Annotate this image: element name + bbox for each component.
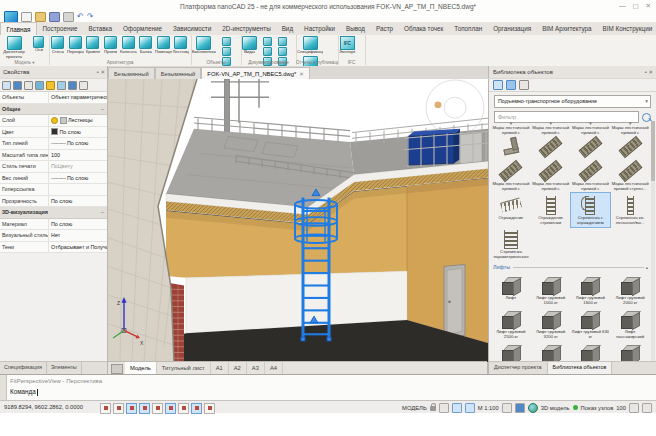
property-value[interactable]: По слою	[48, 196, 107, 207]
panel-tab[interactable]: Диспетчер проекта	[489, 362, 548, 374]
collapse-icon[interactable]: −	[101, 104, 107, 115]
settings-icon[interactable]	[519, 80, 529, 90]
library-item[interactable]: Ограждение стремянки	[531, 193, 571, 227]
library-section-header[interactable]: Лифты▴	[493, 262, 648, 272]
arch-tool-button[interactable]: Кровля	[84, 36, 102, 54]
library-item[interactable]: Лифт пассажирский (жилое здание) 1...	[610, 307, 650, 341]
views-button[interactable]: Виды	[242, 36, 257, 55]
polar-tracking-icon[interactable]	[139, 403, 150, 414]
calculator-icon[interactable]	[35, 81, 44, 90]
object-tool-icon[interactable]	[222, 37, 231, 46]
layer-print-icon[interactable]	[60, 117, 67, 124]
document-tab[interactable]: FOK-VN_AP_TM_П_NBEC5.dwg*✕	[201, 67, 310, 79]
library-item[interactable]: Стремянка параметрическая	[491, 227, 531, 261]
quick-select-icon[interactable]	[13, 81, 22, 90]
lock-icon[interactable]	[430, 406, 436, 411]
close-icon[interactable]: ✕	[100, 69, 105, 75]
panel-tab[interactable]: Элементы	[47, 362, 82, 374]
highlight-icon[interactable]	[46, 81, 55, 90]
library-item[interactable]: Лифт грузовой 2000 кг	[610, 273, 650, 307]
library-item[interactable]: Марш лестничный прямой ступен...	[610, 159, 650, 193]
layout-tab[interactable]: Титульный лист	[157, 362, 211, 374]
arch-tool-button[interactable]: Помещение	[155, 36, 173, 54]
ribbon-tab[interactable]: 2D-инструменты	[217, 22, 276, 35]
ribbon-tab[interactable]: BIM Архитектура	[537, 22, 597, 35]
library-item[interactable]: Лифт	[491, 273, 531, 307]
show-nodes-label[interactable]: Показ узлов	[581, 405, 614, 411]
doc-tool-icon[interactable]	[263, 47, 272, 56]
redo-icon[interactable]: ↷	[87, 13, 94, 21]
orbit-icon[interactable]	[502, 403, 512, 413]
arch-tool-button[interactable]: Балка	[137, 36, 155, 54]
layout-tab[interactable]: А4	[265, 362, 283, 374]
window-layout-icon[interactable]	[629, 403, 639, 413]
visual-style-icon[interactable]	[465, 403, 475, 413]
view-icon[interactable]	[452, 403, 462, 413]
arch-tool-button[interactable]: Проем	[102, 36, 120, 54]
property-value[interactable]: 100	[48, 150, 107, 161]
pin-properties-icon[interactable]	[79, 81, 88, 90]
pin-icon[interactable]: ▪	[97, 69, 99, 75]
close-icon[interactable]: ✕	[646, 2, 651, 10]
layer-on-icon[interactable]	[51, 117, 58, 124]
library-item[interactable]: Лифт грузовой 1600 кг	[571, 273, 611, 307]
step-snap-icon[interactable]	[100, 403, 111, 414]
command-panel-grip[interactable]	[0, 375, 7, 400]
ribbon-tab[interactable]: Вид	[276, 22, 298, 35]
print-icon[interactable]	[63, 12, 74, 22]
mode-3d-label[interactable]: 3D модель	[541, 405, 570, 411]
panel-tab[interactable]: Библиотека объектов	[548, 362, 613, 374]
property-value[interactable]	[48, 184, 107, 195]
object-tool-icon[interactable]	[222, 47, 231, 56]
close-icon[interactable]: ✕	[299, 71, 304, 77]
minimize-icon[interactable]: —	[619, 2, 626, 10]
library-item[interactable]: Лифт грузовой 2500 кг	[491, 307, 531, 341]
space-label[interactable]: МОДЕЛЬ	[402, 405, 427, 411]
copy-properties-icon[interactable]	[24, 81, 33, 90]
library-item[interactable]: Марш лестничный прямой с тетивой...	[531, 159, 571, 193]
library-item[interactable]: Стремянка с ограждением	[571, 193, 611, 227]
library-item[interactable]: Стремянка ко-ленчатая/вы...	[610, 193, 650, 227]
lineweight-icon[interactable]	[204, 403, 215, 414]
library-scrollbar[interactable]	[651, 121, 655, 361]
library-item[interactable]: Марш лестничный прямой с площад...	[491, 159, 531, 193]
ribbon-tab[interactable]: Настройки	[299, 22, 341, 35]
object-tracking-icon[interactable]	[165, 403, 176, 414]
library-item[interactable]: Лифт грузовой 3200 кг	[531, 307, 571, 341]
ribbon-tab[interactable]: Зависимости	[168, 22, 217, 35]
property-value[interactable]: Объект параметрический	[48, 92, 107, 103]
doc-tool-icon[interactable]	[278, 47, 287, 56]
ribbon-tab[interactable]: Оформление	[117, 22, 167, 35]
panel-tab[interactable]: Спецификация	[0, 362, 47, 374]
ucs-icon[interactable]	[178, 403, 189, 414]
library-item[interactable]: Лифт пассажирский (офис, банк, гост...	[571, 341, 611, 361]
maximize-icon[interactable]: ▢	[632, 2, 638, 10]
layout-tab[interactable]: Модель	[125, 362, 157, 374]
command-line-panel[interactable]: FitPerspectiveView - Перспектива Команда	[0, 374, 656, 400]
library-item[interactable]: Лифт пассажирский (жилое здание) 4...	[491, 341, 531, 361]
select-objects-icon[interactable]	[2, 81, 11, 90]
project-manager-button[interactable]: Диспетчер проекта	[1, 36, 27, 60]
layout-list-icon[interactable]	[111, 364, 123, 374]
collapse-icon[interactable]: ▴	[644, 265, 648, 270]
doc-tool-icon[interactable]	[278, 37, 287, 46]
fullscreen-icon[interactable]	[642, 403, 652, 413]
layout-tab[interactable]: А1	[211, 362, 229, 374]
scale-control[interactable]: М 1:100	[478, 405, 499, 411]
library-item[interactable]: Лифт грузовой 1000 кг	[531, 273, 571, 307]
close-icon[interactable]: ✕	[648, 69, 653, 75]
library-item[interactable]: Лифт грузовой 630 кг	[571, 307, 611, 341]
value-100[interactable]: 100	[616, 405, 626, 411]
property-value[interactable]: Нет	[48, 230, 107, 241]
gear-icon[interactable]	[439, 403, 449, 413]
property-value[interactable]: По слою	[48, 127, 107, 138]
color-swatch[interactable]	[51, 128, 58, 135]
open-icon[interactable]	[35, 12, 46, 22]
arch-tool-button[interactable]: Колонна	[119, 36, 137, 54]
ribbon-tab[interactable]: BIM Конструкции	[597, 22, 656, 35]
library-item[interactable]: ▼Марш лестничный прямой с накладн...	[571, 121, 611, 159]
command-prompt[interactable]: Команда	[10, 388, 38, 396]
sort-icon[interactable]	[506, 80, 516, 90]
filter-icon[interactable]	[68, 81, 77, 90]
library-item[interactable]: ▼Марш лестничный прямой с накладн...	[491, 121, 531, 159]
